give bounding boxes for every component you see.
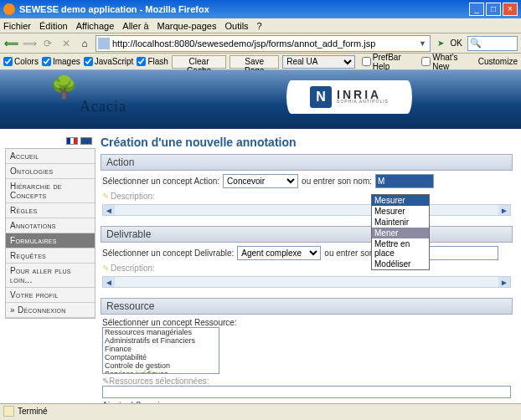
stop-button: ✕ bbox=[59, 36, 74, 51]
clear-cache-button[interactable]: Clear Cache bbox=[172, 55, 226, 69]
reload-button[interactable]: ⟳ bbox=[40, 36, 55, 51]
prefbar-help[interactable]: PrefBar Help bbox=[362, 53, 418, 71]
list-item[interactable]: Finance bbox=[103, 345, 219, 353]
sidebar-item[interactable]: Accueil bbox=[6, 149, 95, 164]
url-input[interactable] bbox=[112, 38, 418, 49]
menu-aller[interactable]: Aller à bbox=[122, 21, 148, 31]
res-selected-label: Ressources sélectionnées: bbox=[109, 376, 209, 386]
page-content: 🌳 Acacia N INRIA SOPHIA ANTIPOLIS Accuei… bbox=[0, 70, 521, 403]
save-page-button[interactable]: Save Page bbox=[230, 55, 279, 69]
menu-affichage[interactable]: Affichage bbox=[76, 21, 115, 31]
deliv-scroll: ◄ ► bbox=[102, 276, 511, 288]
list-item[interactable]: Administratifs et Financiers bbox=[103, 336, 219, 345]
status-icon bbox=[3, 406, 14, 417]
section-ressource: Ressource Sélectionner un concept Ressou… bbox=[101, 298, 513, 403]
language-flags bbox=[5, 136, 95, 148]
chk-images[interactable]: Images bbox=[42, 57, 80, 66]
chk-javascript[interactable]: JavaScript bbox=[84, 57, 134, 66]
search-icon: 🔍 bbox=[468, 38, 482, 49]
scroll-right-icon[interactable]: ► bbox=[498, 277, 510, 287]
url-bar[interactable]: ▼ bbox=[95, 35, 431, 52]
section-action-header: Action bbox=[101, 154, 513, 171]
scroll-left-icon[interactable]: ◄ bbox=[103, 277, 115, 287]
sidebar-item[interactable]: Annotations bbox=[6, 218, 95, 233]
deliv-description: ✎Description: bbox=[102, 264, 511, 273]
remove-link[interactable]: Supprimer bbox=[136, 401, 174, 403]
flag-fr-icon[interactable] bbox=[66, 137, 78, 145]
sidebar-item[interactable]: Formulaires bbox=[6, 233, 95, 248]
deliv-select[interactable]: Agent complexe bbox=[237, 246, 321, 260]
section-delivrable-header: Delivrable bbox=[101, 226, 513, 243]
sidebar-item[interactable]: Requêtes bbox=[6, 248, 95, 264]
sidebar-item[interactable]: Règles bbox=[6, 203, 95, 218]
chk-flash[interactable]: Flash bbox=[137, 57, 168, 66]
sidebar-item[interactable]: Hiérarchie de Concepts bbox=[6, 179, 95, 203]
menu-help[interactable]: ? bbox=[257, 21, 262, 31]
chk-colors[interactable]: Colors bbox=[3, 57, 39, 66]
page-title: Création d'une nouvelle annotation bbox=[101, 136, 513, 149]
add-link[interactable]: Ajouter bbox=[102, 401, 129, 403]
page-icon bbox=[98, 38, 110, 49]
back-button[interactable]: ⟸ bbox=[3, 36, 18, 51]
window-title: SEWESE demo application - Mozilla Firefo… bbox=[19, 4, 469, 14]
autocomplete-item[interactable]: Mettre en place bbox=[372, 238, 429, 259]
acacia-logo: 🌳 Acacia bbox=[50, 74, 77, 100]
autocomplete-item[interactable]: Mesurer bbox=[372, 206, 429, 217]
res-selected-field[interactable] bbox=[102, 386, 511, 398]
autocomplete-popup[interactable]: MesurerMesurerMaintenirMenerMettre en pl… bbox=[371, 194, 430, 270]
window-titlebar: SEWESE demo application - Mozilla Firefo… bbox=[0, 0, 521, 18]
url-dropdown-icon[interactable]: ▼ bbox=[418, 39, 428, 48]
deliv-select-label: Sélectionner un concept Delivrable: bbox=[102, 248, 234, 258]
sidebar-item[interactable]: » Déconnexion bbox=[6, 303, 95, 318]
home-button[interactable]: ⌂ bbox=[77, 36, 92, 51]
ressource-listbox[interactable]: Ressources managérialesAdministratifs et… bbox=[102, 327, 219, 374]
status-text: Terminé bbox=[18, 407, 48, 416]
ok-label: OK bbox=[451, 38, 462, 48]
maximize-button[interactable]: □ bbox=[486, 3, 501, 16]
action-name-input[interactable] bbox=[375, 174, 434, 188]
sidebar-item[interactable]: Votre profil bbox=[6, 288, 95, 303]
go-button[interactable]: ➤ bbox=[437, 38, 444, 48]
close-button[interactable]: × bbox=[503, 3, 518, 16]
autocomplete-item[interactable]: Mener bbox=[372, 228, 429, 238]
statusbar: Terminé bbox=[0, 403, 521, 418]
autocomplete-item[interactable]: Modéliser bbox=[372, 259, 429, 269]
sidebar: AccueilOntologiesHiérarchie de ConceptsR… bbox=[5, 136, 95, 403]
section-action: Action Sélectionner un concept Action: C… bbox=[101, 154, 513, 219]
customize-link[interactable]: Customize bbox=[478, 57, 518, 66]
list-item[interactable]: Services juridiques bbox=[103, 370, 219, 374]
main-area: Création d'une nouvelle annotation Actio… bbox=[101, 136, 516, 403]
search-box[interactable]: 🔍 bbox=[467, 36, 518, 51]
list-item[interactable]: Controle de gestion bbox=[103, 361, 219, 370]
sidebar-item[interactable]: Ontologies bbox=[6, 164, 95, 179]
note-icon: ✎ bbox=[102, 376, 109, 386]
action-select[interactable]: Concevoir bbox=[223, 174, 298, 188]
note-icon: ✎ bbox=[102, 192, 109, 201]
forward-button: ⟹ bbox=[22, 36, 37, 51]
autocomplete-item[interactable]: Mesurer bbox=[372, 195, 429, 206]
sidebar-item[interactable]: Pour aller plus loin... bbox=[6, 264, 95, 288]
scroll-left-icon[interactable]: ◄ bbox=[103, 205, 115, 215]
inria-logo: N INRIA SOPHIA ANTIPOLIS bbox=[286, 80, 412, 114]
menu-outils[interactable]: Outils bbox=[224, 21, 248, 31]
menu-fichier[interactable]: Fichier bbox=[3, 21, 31, 31]
autocomplete-item[interactable]: Maintenir bbox=[372, 217, 429, 228]
firefox-icon bbox=[3, 3, 15, 15]
tree-icon: 🌳 bbox=[50, 74, 77, 100]
navigation-toolbar: ⟸ ⟹ ⟳ ✕ ⌂ ▼ ➤ OK 🔍 bbox=[0, 33, 521, 54]
flag-en-icon[interactable] bbox=[80, 137, 92, 145]
note-icon: ✎ bbox=[102, 264, 109, 273]
list-item[interactable]: Ressources managériales bbox=[103, 328, 219, 336]
minimize-button[interactable]: _ bbox=[469, 3, 484, 16]
prefbar-toolbar: Colors Images JavaScript Flash Clear Cac… bbox=[0, 54, 521, 70]
menu-edition[interactable]: Édition bbox=[39, 21, 68, 31]
scroll-right-icon[interactable]: ► bbox=[498, 205, 510, 215]
menu-marquepages[interactable]: Marque-pages bbox=[157, 21, 217, 31]
action-select-label: Sélectionner un concept Action: bbox=[102, 177, 219, 186]
action-or-label: ou entrer son nom: bbox=[302, 177, 372, 186]
ua-select[interactable]: Real UA bbox=[282, 55, 355, 69]
list-item[interactable]: Comptabilité bbox=[103, 353, 219, 361]
banner: 🌳 Acacia N INRIA SOPHIA ANTIPOLIS bbox=[0, 70, 521, 129]
whats-new[interactable]: What's New bbox=[421, 53, 474, 71]
action-scroll: ◄ ► bbox=[102, 204, 511, 216]
